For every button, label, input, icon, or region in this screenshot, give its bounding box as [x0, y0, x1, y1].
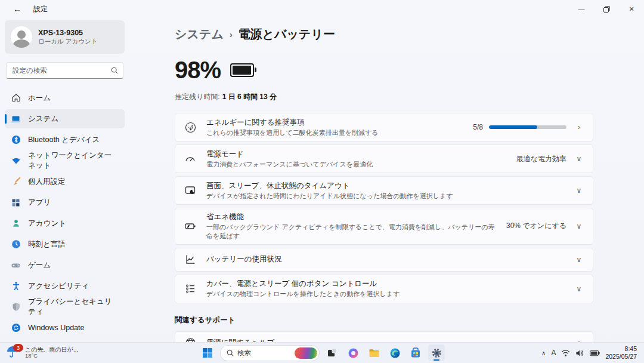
card-power-mode[interactable]: 電源モード 電力消費とパフォーマンスに基づいてデバイスを最適化 最適な電力効率 …	[175, 144, 593, 173]
card-title: 画面、スリープ、休止状態のタイムアウト	[206, 181, 568, 191]
search-icon	[111, 67, 118, 74]
minimize-button[interactable]: —	[569, 0, 594, 18]
file-explorer-icon	[369, 347, 380, 359]
sidebar-item-label: ゲーム	[28, 260, 51, 270]
settings-search-input[interactable]	[11, 66, 111, 75]
microsoft-store-icon	[410, 347, 421, 358]
wifi-icon	[11, 156, 21, 166]
taskbar-center: 検索	[199, 343, 445, 363]
sidebar-item-accounts[interactable]: アカウント	[5, 214, 125, 233]
battery-status: 98%	[175, 57, 593, 84]
sidebar: XPS-13-9305 ローカル アカウント ホーム システム	[0, 18, 128, 343]
back-button[interactable]: ←	[10, 2, 25, 16]
person-icon	[11, 219, 21, 229]
settings-window: ← 設定 — ✕ XPS-13-9305 ローカル アカウント	[0, 0, 644, 363]
close-button[interactable]: ✕	[619, 0, 644, 18]
sidebar-item-label: プライバシーとセキュリティ	[28, 297, 119, 317]
card-subtitle: 電力消費とパフォーマンスに基づいてデバイスを最適化	[206, 160, 509, 169]
shield-icon	[11, 302, 21, 312]
tray-volume-icon[interactable]	[575, 349, 584, 357]
card-subtitle: デバイスが指定された時間にわたりアイドル状態になった場合の動作を選択します	[206, 192, 568, 201]
gamepad-icon	[11, 260, 21, 270]
accessibility-icon	[11, 281, 21, 291]
breadcrumb-parent[interactable]: システム	[175, 26, 224, 42]
card-subtitle: 一部のバックグラウンド アクティビティを制限することで、電力消費を削減し、バッテ…	[206, 223, 499, 241]
weather-widget[interactable]: 3 この先、雨の日が... 18°C	[0, 343, 84, 363]
sidebar-item-privacy-security[interactable]: プライバシーとセキュリティ	[5, 297, 125, 316]
sidebar-item-gaming[interactable]: ゲーム	[5, 256, 125, 275]
progress-bar	[489, 125, 566, 129]
back-arrow-icon: ←	[13, 4, 21, 14]
battery-icon	[230, 63, 254, 77]
sidebar-item-label: アクセシビリティ	[28, 281, 89, 291]
ime-indicator[interactable]: A	[551, 349, 556, 357]
window-controls: — ✕	[569, 0, 644, 18]
main-panel: システム › 電源とバッテリー 98% 推定残り時間:1 日 6 時間 13 分…	[128, 18, 644, 343]
card-screen-sleep-timeouts[interactable]: 画面、スリープ、休止状態のタイムアウト デバイスが指定された時間にわたりアイドル…	[175, 176, 593, 205]
sidebar-item-windows-update[interactable]: Windows Update	[5, 318, 125, 337]
sidebar-item-system[interactable]: システム	[5, 109, 125, 128]
sidebar-item-label: 個人用設定	[28, 177, 66, 187]
sidebar-item-time-language[interactable]: 時刻と言語	[5, 235, 125, 254]
sidebar-item-bluetooth-devices[interactable]: Bluetooth とデバイス	[5, 130, 125, 149]
energy-saver-icon	[184, 220, 197, 233]
user-account-type: ローカル アカウント	[38, 38, 97, 46]
card-energy-recommendations[interactable]: エネルギーに関する推奨事項 これらの推奨事項を適用して二酸化炭素排出量を削減する…	[175, 113, 593, 141]
search-icon	[227, 349, 234, 356]
clock-icon	[11, 239, 21, 250]
user-account-card[interactable]: XPS-13-9305 ローカル アカウント	[5, 20, 125, 54]
power-mode-value: 最適な電力効率	[516, 154, 566, 164]
restore-button[interactable]	[594, 0, 619, 18]
card-energy-saver[interactable]: 省エネ機能 一部のバックグラウンド アクティビティを制限することで、電力消費を削…	[175, 208, 593, 245]
card-battery-usage[interactable]: バッテリーの使用状況 ∨	[175, 248, 593, 272]
sidebar-item-network-internet[interactable]: ネットワークとインターネット	[5, 151, 125, 170]
settings-taskbar-button[interactable]	[428, 344, 445, 361]
related-support-header: 関連するサポート	[175, 315, 593, 325]
restore-icon	[603, 6, 610, 13]
sidebar-item-apps[interactable]: アプリ	[5, 193, 125, 212]
chevron-down-icon: ∨	[575, 155, 583, 163]
copilot-icon	[348, 347, 359, 359]
chevron-down-icon: ∨	[575, 222, 583, 230]
power-mode-gauge-icon	[184, 152, 197, 165]
settings-search-box[interactable]	[6, 62, 123, 79]
sidebar-item-label: アカウント	[28, 219, 66, 229]
clock-date: 2025/05/27	[605, 353, 637, 361]
clock[interactable]: 8:45 2025/05/27	[605, 345, 637, 360]
power-help-row[interactable]: 電源に関するヘルプ ∧	[175, 332, 593, 343]
tray-wifi-icon[interactable]	[561, 349, 570, 357]
sidebar-item-label: Bluetooth とデバイス	[28, 135, 100, 145]
page-title: 電源とバッテリー	[239, 26, 335, 42]
sidebar-item-label: アプリ	[28, 198, 51, 208]
sidebar-item-personalization[interactable]: 個人用設定	[5, 172, 125, 191]
edge-button[interactable]	[386, 344, 403, 361]
battery-remaining: 推定残り時間:1 日 6 時間 13 分	[175, 92, 593, 102]
taskbar-search-box[interactable]: 検索	[220, 345, 320, 361]
taskbar-search-placeholder: 検索	[237, 349, 291, 358]
microsoft-store-button[interactable]	[407, 344, 424, 361]
screen-sleep-icon	[184, 184, 197, 197]
file-explorer-button[interactable]	[366, 344, 382, 361]
weather-temperature: 18°C	[25, 353, 78, 359]
sidebar-item-accessibility[interactable]: アクセシビリティ	[5, 276, 125, 296]
update-icon	[11, 323, 21, 333]
user-name: XPS-13-9305	[38, 28, 97, 38]
tray-chevron-up-icon[interactable]: ∧	[541, 350, 546, 356]
start-button[interactable]	[199, 344, 216, 361]
search-highlight-image[interactable]	[295, 347, 317, 359]
clock-time: 8:45	[625, 345, 637, 353]
sidebar-item-home[interactable]: ホーム	[5, 88, 125, 107]
eco-leaf-icon	[184, 121, 197, 134]
tray-battery-icon[interactable]	[590, 350, 600, 356]
task-view-icon	[327, 347, 338, 358]
copilot-button[interactable]	[345, 344, 361, 361]
card-subtitle: これらの推奨事項を適用して二酸化炭素排出量を削減する	[206, 128, 466, 137]
card-power-help: 電源に関するヘルプ ∧	[175, 331, 593, 343]
minimize-icon: —	[578, 5, 585, 13]
sidebar-item-label: Windows Update	[28, 324, 85, 332]
energy-saver-value: 30% でオンにする	[506, 221, 566, 231]
chevron-down-icon: ∨	[575, 186, 583, 195]
task-view-button[interactable]	[324, 344, 340, 361]
breadcrumb: システム › 電源とバッテリー	[175, 26, 593, 42]
card-button-controls[interactable]: カバー、電源とスリープ 個のボタン コントロール デバイスの物理コントロールを操…	[175, 275, 593, 303]
